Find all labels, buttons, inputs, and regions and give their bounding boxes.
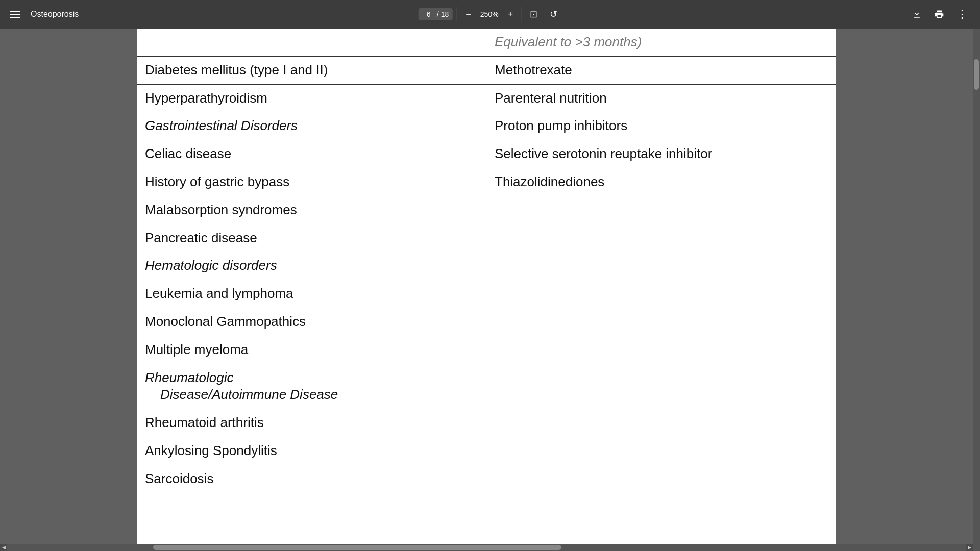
right-cell: Selective serotonin reuptake inhibitor (486, 140, 836, 168)
table-row: Monoclonal Gammopathics (137, 308, 836, 336)
left-cell: Leukemia and lymphoma (137, 280, 486, 308)
right-cell (486, 418, 836, 428)
right-cell: Thiazolidinediones (486, 168, 836, 196)
download-icon (912, 9, 922, 19)
table-row: Ankylosing Spondylitis (137, 437, 836, 465)
download-button[interactable] (908, 7, 926, 21)
divider-2 (521, 7, 522, 21)
toolbar: Osteoporosis / 18 − 250% + ⊡ ↺ ⋮ (0, 0, 980, 29)
left-cell: Hematologic disorders (137, 252, 486, 280)
partial-top-right: Equivalent to >3 months) (486, 29, 836, 56)
zoom-out-button[interactable]: − (461, 7, 475, 22)
partial-top-left (137, 37, 486, 47)
vertical-scrollbar-thumb[interactable] (974, 59, 979, 90)
scroll-right-button[interactable]: ▶ (966, 544, 973, 551)
left-cell: Celiac disease (137, 140, 486, 168)
horizontal-scrollbar-track[interactable]: ◀ ▶ (0, 544, 973, 551)
toolbar-right-controls: ⋮ (908, 6, 972, 23)
zoom-in-button[interactable]: + (504, 7, 518, 22)
horizontal-scrollbar-thumb[interactable] (153, 545, 561, 550)
table-row: Hematologic disorders (137, 252, 836, 280)
right-cell: Proton pump inhibitors (486, 112, 836, 140)
toolbar-center-controls: / 18 − 250% + ⊡ ↺ (419, 7, 562, 22)
pdf-viewer: Equivalent to >3 months) Diabetes mellit… (0, 29, 980, 551)
zoom-level: 250% (479, 10, 500, 18)
right-cell (486, 261, 836, 271)
table-row: Sarcoidosis (137, 465, 836, 493)
scroll-left-button[interactable]: ◀ (0, 544, 7, 551)
table-row: Pancreatic disease (137, 224, 836, 253)
left-cell: Monoclonal Gammopathics (137, 308, 486, 336)
left-cell: Malabsorption syndromes (137, 196, 486, 224)
table-row: Rheumatoid arthritis (137, 409, 836, 437)
left-cell: Pancreatic disease (137, 224, 486, 252)
left-cell: Gastrointestinal Disorders (137, 112, 486, 140)
left-cell: Rheumatologic Disease/Autoimmune Disease (137, 364, 486, 409)
print-icon (934, 9, 944, 19)
table-row: Gastrointestinal Disorders Proton pump i… (137, 112, 836, 140)
main-area: Equivalent to >3 months) Diabetes mellit… (0, 29, 980, 551)
table-row: Leukemia and lymphoma (137, 280, 836, 308)
divider-1 (457, 7, 457, 21)
page-input[interactable] (423, 10, 435, 18)
partial-top-row: Equivalent to >3 months) (137, 29, 836, 57)
rotate-button[interactable]: ↺ (546, 7, 561, 22)
right-cell: Methotrexate (486, 57, 836, 84)
left-cell: Multiple myeloma (137, 336, 486, 364)
more-button[interactable]: ⋮ (952, 6, 972, 23)
right-cell (486, 474, 836, 484)
right-cell (486, 381, 836, 391)
table-row: History of gastric bypass Thiazolidinedi… (137, 168, 836, 196)
left-cell: Rheumatoid arthritis (137, 409, 486, 437)
right-cell (486, 317, 836, 327)
table-row: Malabsorption syndromes (137, 196, 836, 224)
table-row: Hyperparathyroidism Parenteral nutrition (137, 85, 836, 113)
menu-icon[interactable] (8, 9, 22, 20)
right-cell (486, 205, 836, 215)
vertical-scrollbar-track[interactable] (973, 29, 980, 551)
right-cell (486, 233, 836, 243)
pdf-page: Equivalent to >3 months) Diabetes mellit… (137, 29, 836, 551)
left-cell: Diabetes mellitus (type I and II) (137, 57, 486, 84)
left-cell: Ankylosing Spondylitis (137, 437, 486, 465)
print-button[interactable] (930, 7, 948, 21)
right-cell (486, 446, 836, 456)
fit-page-button[interactable]: ⊡ (526, 7, 542, 22)
right-cell (486, 289, 836, 299)
right-cell (486, 345, 836, 355)
right-cell: Parenteral nutrition (486, 85, 836, 112)
page-nav: / 18 (419, 8, 453, 20)
table-content: Equivalent to >3 months) Diabetes mellit… (137, 29, 836, 493)
table-row: Celiac disease Selective serotonin reupt… (137, 140, 836, 168)
left-cell: History of gastric bypass (137, 168, 486, 196)
page-separator: / (437, 10, 439, 18)
table-row: Diabetes mellitus (type I and II) Methot… (137, 57, 836, 85)
page-total: 18 (441, 10, 449, 18)
left-cell: Hyperparathyroidism (137, 85, 486, 112)
table-row: Rheumatologic Disease/Autoimmune Disease (137, 364, 836, 410)
left-cell: Sarcoidosis (137, 465, 486, 493)
table-row: Multiple myeloma (137, 336, 836, 364)
